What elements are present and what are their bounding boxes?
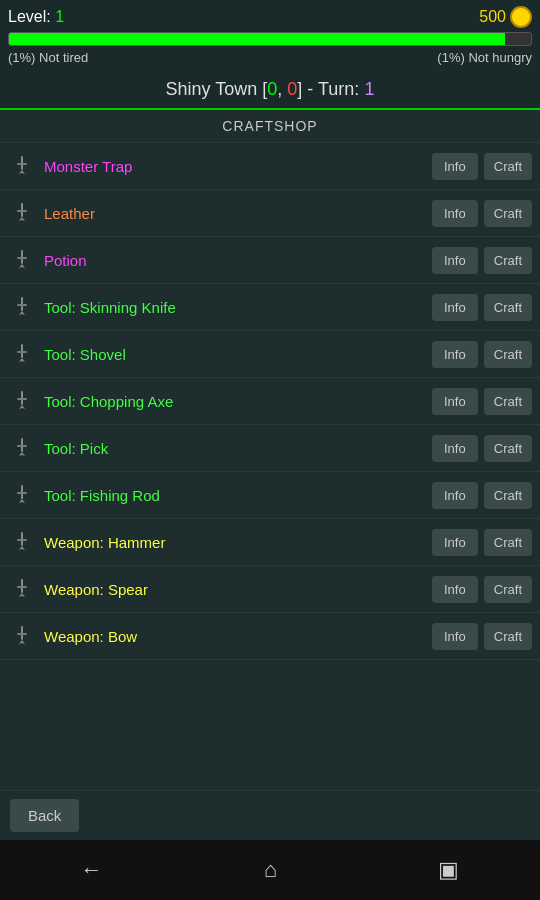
svg-rect-14 [17,351,27,353]
condition-row: (1%) Not tired (1%) Not hungry [8,50,532,65]
info-button[interactable]: Info [432,435,478,462]
nav-recent-icon[interactable]: ▣ [438,857,459,883]
svg-rect-29 [17,586,27,588]
nav-bar: ← ⌂ ▣ [0,840,540,900]
coord-y: 0 [287,79,297,99]
item-icon [8,293,36,321]
item-icon [8,528,36,556]
item-icon [8,434,36,462]
craft-button[interactable]: Craft [484,623,532,650]
tiredness-status: (1%) Not tired [8,50,88,65]
item-name: Weapon: Spear [44,581,426,598]
hunger-status: (1%) Not hungry [437,50,532,65]
item-icon [8,246,36,274]
craft-button[interactable]: Craft [484,294,532,321]
item-icon [8,152,36,180]
gold-coin-icon [510,6,532,28]
nav-back-icon[interactable]: ← [81,857,103,883]
svg-marker-13 [19,358,25,362]
town-header: Shiny Town [0, 0] - Turn: 1 [0,71,540,110]
list-item: PotionInfoCraft [0,237,540,284]
info-button[interactable]: Info [432,576,478,603]
info-button[interactable]: Info [432,529,478,556]
svg-rect-5 [17,210,27,212]
item-icon [8,387,36,415]
svg-marker-7 [19,264,25,268]
craft-button[interactable]: Craft [484,529,532,556]
list-item: Tool: Fishing RodInfoCraft [0,472,540,519]
item-name: Tool: Shovel [44,346,426,363]
svg-marker-25 [19,546,25,550]
item-icon [8,622,36,650]
svg-marker-16 [19,405,25,409]
craft-button[interactable]: Craft [484,482,532,509]
nav-home-icon[interactable]: ⌂ [264,857,277,883]
svg-rect-11 [17,304,27,306]
svg-marker-28 [19,593,25,597]
info-button[interactable]: Info [432,247,478,274]
item-name: Weapon: Hammer [44,534,426,551]
list-item: Monster TrapInfoCraft [0,143,540,190]
back-button[interactable]: Back [10,799,79,832]
list-item: Tool: Chopping AxeInfoCraft [0,378,540,425]
item-icon [8,575,36,603]
info-button[interactable]: Info [432,623,478,650]
item-list[interactable]: Monster TrapInfoCraft LeatherInfoCraft P… [0,143,540,790]
xp-bar [8,32,532,46]
svg-rect-32 [17,633,27,635]
craft-button[interactable]: Craft [484,435,532,462]
list-item: LeatherInfoCraft [0,190,540,237]
craft-button[interactable]: Craft [484,200,532,227]
item-name: Tool: Skinning Knife [44,299,426,316]
item-icon [8,199,36,227]
svg-rect-17 [17,398,27,400]
level-number: 1 [55,8,64,25]
svg-marker-22 [19,499,25,503]
craft-button[interactable]: Craft [484,153,532,180]
item-name: Potion [44,252,426,269]
item-icon [8,481,36,509]
svg-rect-8 [17,257,27,259]
item-name: Weapon: Bow [44,628,426,645]
svg-rect-26 [17,539,27,541]
item-name: Leather [44,205,426,222]
svg-marker-19 [19,452,25,456]
list-item: Tool: ShovelInfoCraft [0,331,540,378]
item-icon [8,340,36,368]
gold-amount: 500 [479,8,506,26]
list-item: Weapon: SpearInfoCraft [0,566,540,613]
list-item: Tool: PickInfoCraft [0,425,540,472]
list-item: Weapon: BowInfoCraft [0,613,540,660]
craft-button[interactable]: Craft [484,247,532,274]
svg-marker-31 [19,640,25,644]
back-row: Back [0,790,540,840]
level-label: Level: [8,8,55,25]
coord-x: 0 [267,79,277,99]
svg-marker-4 [19,217,25,221]
town-title: Shiny Town [0, 0] - Turn: 1 [166,79,375,99]
svg-rect-2 [17,163,27,165]
info-button[interactable]: Info [432,341,478,368]
item-name: Tool: Pick [44,440,426,457]
turn-number: 1 [364,79,374,99]
svg-rect-20 [17,445,27,447]
info-button[interactable]: Info [432,482,478,509]
item-name: Tool: Chopping Axe [44,393,426,410]
craftshop-label: CRAFTSHOP [0,110,540,143]
item-name: Tool: Fishing Rod [44,487,426,504]
svg-marker-10 [19,311,25,315]
craft-button[interactable]: Craft [484,576,532,603]
status-bar: Level: 1 500 (1%) Not tired (1%) Not hun… [0,0,540,71]
svg-rect-23 [17,492,27,494]
svg-marker-1 [19,170,25,174]
craft-button[interactable]: Craft [484,341,532,368]
info-button[interactable]: Info [432,200,478,227]
list-item: Tool: Skinning KnifeInfoCraft [0,284,540,331]
xp-bar-fill [9,33,505,45]
level-display: Level: 1 [8,8,64,26]
craft-button[interactable]: Craft [484,388,532,415]
item-name: Monster Trap [44,158,426,175]
info-button[interactable]: Info [432,153,478,180]
info-button[interactable]: Info [432,294,478,321]
info-button[interactable]: Info [432,388,478,415]
